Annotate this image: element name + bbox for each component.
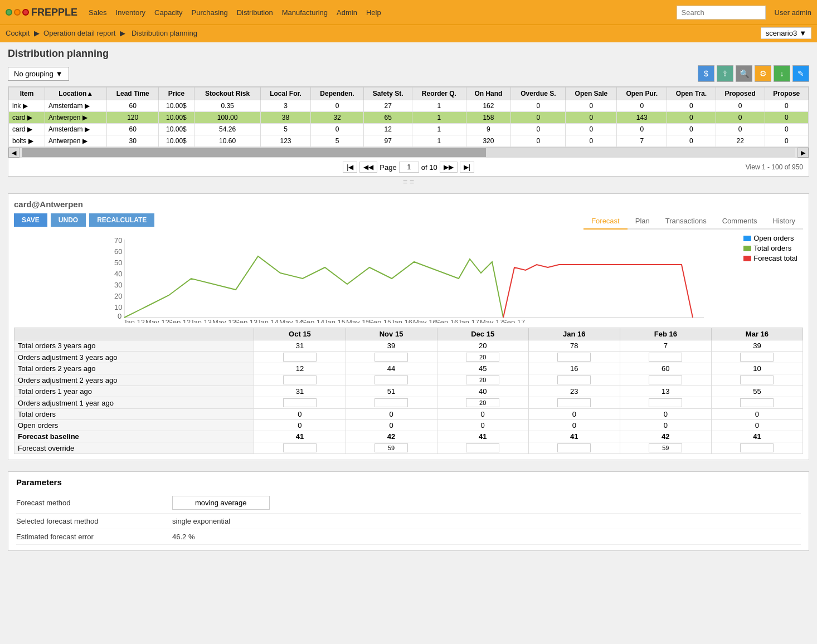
scroll-track[interactable]: [22, 148, 795, 157]
forecast-input-1[interactable]: [375, 375, 408, 384]
forecast-col-jan16: Jan 16: [528, 328, 620, 340]
cell-open-pur: 7: [617, 135, 667, 147]
arrow-icon-btn[interactable]: ⇪: [717, 65, 733, 82]
recalculate-button[interactable]: RECALCULATE: [89, 213, 154, 227]
tab-forecast[interactable]: Forecast: [583, 213, 628, 230]
undo-button[interactable]: UNDO: [51, 213, 86, 227]
settings-icon-btn[interactable]: ⚙: [755, 65, 771, 82]
save-button[interactable]: SAVE: [14, 213, 47, 227]
svg-text:50: 50: [114, 258, 122, 267]
cell-location: Antwerpen ▶: [45, 135, 107, 147]
icon-buttons: $ ⇪ 🔍 ⚙ ↓ ✎: [698, 65, 809, 82]
dollar-icon-btn[interactable]: $: [698, 65, 714, 82]
forecast-input-5[interactable]: [740, 375, 774, 384]
forecast-input-5[interactable]: [740, 443, 774, 452]
forecast-cell: [711, 442, 803, 454]
tab-comments[interactable]: Comments: [714, 213, 765, 230]
legend-forecast-total: Forecast total: [743, 254, 797, 262]
svg-text:Jan 12: Jan 12: [123, 318, 145, 323]
col-open-sale: Open Sale: [566, 87, 617, 100]
next-page-btn[interactable]: ▶▶: [440, 162, 458, 173]
forecast-input-3[interactable]: [557, 375, 591, 384]
forecast-cell: 13: [620, 386, 711, 397]
divider-handle[interactable]: = =: [8, 179, 809, 186]
forecast-cell: [711, 352, 803, 363]
nav-admin[interactable]: Admin: [337, 8, 357, 17]
forecast-input-2[interactable]: [466, 443, 499, 452]
first-page-btn[interactable]: |◀: [343, 162, 357, 173]
cell-lead-time: 30: [107, 135, 159, 147]
forecast-input-4[interactable]: [649, 375, 682, 384]
prev-page-btn[interactable]: ◀◀: [359, 162, 377, 173]
search-icon-btn[interactable]: 🔍: [736, 65, 752, 82]
forecast-input-3[interactable]: [557, 353, 591, 362]
nav-purchasing[interactable]: Purchasing: [192, 8, 228, 17]
forecast-input-4[interactable]: [649, 353, 682, 362]
forecast-cell: [711, 374, 803, 386]
forecast-cell: 0: [346, 409, 437, 420]
forecast-input-1[interactable]: [375, 443, 408, 452]
scroll-right-btn[interactable]: ▶: [797, 148, 809, 158]
parameters-section: Parameters Forecast methodmoving average…: [8, 471, 809, 551]
forecast-input-3[interactable]: [557, 443, 591, 452]
logo-circles: [6, 9, 29, 16]
view-count: View 1 - 100 of 950: [746, 163, 803, 171]
search-input[interactable]: [677, 6, 766, 19]
forecast-input-0[interactable]: [283, 353, 317, 362]
chart-wrapper: Open orders Total orders Forecast total …: [14, 234, 803, 323]
forecast-input-0[interactable]: [283, 443, 317, 452]
forecast-input-1[interactable]: [375, 353, 408, 362]
table-row: card ▶Antwerpen ▶12010.00$100.0038326511…: [9, 112, 809, 124]
nav-capacity[interactable]: Capacity: [154, 8, 183, 17]
svg-text:Jan 15: Jan 15: [324, 318, 346, 323]
page-input[interactable]: [399, 162, 419, 173]
breadcrumb-operation[interactable]: Operation detail report: [43, 29, 115, 37]
svg-text:Sep 17: Sep 17: [502, 318, 525, 323]
edit-icon-btn[interactable]: ✎: [792, 65, 809, 82]
forecast-input-0[interactable]: [283, 398, 317, 407]
nav-distribution[interactable]: Distribution: [237, 8, 273, 17]
nav-manufacturing[interactable]: Manufacturing: [282, 8, 328, 17]
forecast-input-3[interactable]: [557, 398, 591, 407]
forecast-input-2[interactable]: [466, 353, 499, 362]
nav-sales[interactable]: Sales: [89, 8, 107, 17]
cell-item: ink ▶: [9, 100, 45, 112]
forecast-input-0[interactable]: [283, 375, 317, 384]
col-open-tra: Open Tra.: [667, 87, 716, 100]
forecast-cell: 0: [711, 420, 803, 431]
action-buttons: SAVE UNDO RECALCULATE: [14, 213, 154, 227]
cell-price: 10.00$: [159, 124, 194, 135]
scenario-button[interactable]: scenario3 ▼: [761, 27, 811, 39]
download-icon-btn[interactable]: ↓: [774, 65, 790, 82]
forecast-table-wrapper: Oct 15 Nov 15 Dec 15 Jan 16 Feb 16 Mar 1…: [14, 328, 803, 454]
param-method-btn[interactable]: moving average: [172, 496, 270, 510]
forecast-input-1[interactable]: [375, 398, 408, 407]
forecast-col-feb16: Feb 16: [620, 328, 711, 340]
forecast-cell: 78: [528, 340, 620, 352]
breadcrumb-cockpit[interactable]: Cockpit: [6, 29, 30, 37]
forecast-input-2[interactable]: [466, 375, 499, 384]
forecast-cell: 51: [346, 386, 437, 397]
svg-text:20: 20: [114, 292, 122, 300]
cell-reorder: 1: [412, 112, 466, 124]
nav-help[interactable]: Help: [366, 8, 381, 17]
tab-transactions[interactable]: Transactions: [658, 213, 714, 230]
forecast-cell: [254, 442, 346, 454]
last-page-btn[interactable]: ▶|: [460, 162, 474, 173]
grouping-button[interactable]: No grouping ▼: [8, 67, 69, 81]
tab-plan[interactable]: Plan: [628, 213, 658, 230]
forecast-input-4[interactable]: [649, 398, 682, 407]
nav-inventory[interactable]: Inventory: [116, 8, 145, 17]
logo: FREPPLE: [6, 7, 77, 18]
scroll-left-btn[interactable]: ◀: [8, 148, 20, 158]
svg-text:Jan 17: Jan 17: [458, 318, 479, 323]
tab-history[interactable]: History: [765, 213, 803, 230]
col-local-for: Local For.: [261, 87, 310, 100]
forecast-input-2[interactable]: [466, 398, 499, 407]
svg-text:May 14: May 14: [279, 318, 303, 323]
legend-total-orders-color: [743, 246, 751, 251]
forecast-input-4[interactable]: [649, 443, 682, 452]
forecast-input-5[interactable]: [740, 398, 774, 407]
forecast-input-5[interactable]: [740, 353, 774, 362]
top-nav: FREPPLE Sales Inventory Capacity Purchas…: [0, 0, 817, 25]
